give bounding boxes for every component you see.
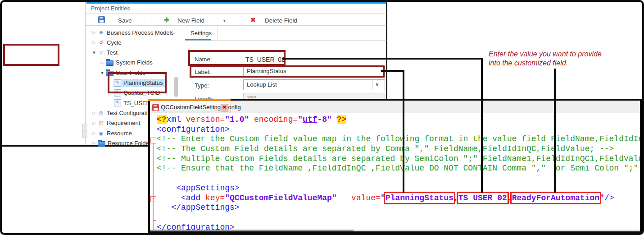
tree-item-content: ◎Test Configurati xyxy=(97,109,150,117)
new-field-dropdown-caret[interactable]: ▾ xyxy=(223,18,226,23)
code-line: <!-- Enter the Custom field value map in… xyxy=(157,134,640,144)
resource-icon: ◉ xyxy=(98,130,104,137)
unsaved-file-icon xyxy=(152,104,159,111)
code-line: <!-- Ensure that the FieldName ,FieldIdI… xyxy=(157,164,640,174)
code-line xyxy=(157,213,640,223)
tree-item-test-configurati[interactable]: ▷◎Test Configurati xyxy=(91,108,150,117)
code-line: <configuration> xyxy=(157,125,640,135)
tree-item-label: PlanningStatus xyxy=(123,79,163,86)
code-line: <add key="QCCustomFieldValueMap" value="… xyxy=(157,194,640,203)
tree-expander-icon[interactable]: ▷ xyxy=(91,111,97,115)
editor-tab[interactable]: QCCustomFieldSettings.config ✖ xyxy=(150,101,231,113)
tree-expander-icon[interactable]: ▷ xyxy=(91,40,97,45)
field-label-label: Label: xyxy=(195,69,210,75)
code-line: <!-- The Custom Field details are separa… xyxy=(157,144,640,154)
code-line: <appSettings> xyxy=(157,184,640,194)
tab-settings[interactable]: Settings xyxy=(185,27,218,40)
field-icon: ✎ xyxy=(114,79,121,87)
new-field-button[interactable]: New Field xyxy=(177,17,204,24)
code-lines: <?xml version="1.0" encoding="utf-8" ?><… xyxy=(157,115,640,230)
horizontal-scrollbar-thumb[interactable] xyxy=(150,230,354,231)
tree-item-content: ▤Requirement xyxy=(97,119,142,127)
tree-item-content: ↺Cycle xyxy=(97,39,124,46)
field-label-type: Type: xyxy=(195,82,209,89)
code-line xyxy=(157,174,640,184)
type-dropdown-chevron-icon[interactable]: ∨ xyxy=(372,79,382,89)
tree-item-content: ◉Resource xyxy=(97,129,134,137)
connector-annotation-to-readyforautomation xyxy=(554,69,556,193)
tree-scrollbar[interactable] xyxy=(174,77,178,97)
tree-expander-icon[interactable]: ▷ xyxy=(99,60,105,65)
panel-top-accent-strip xyxy=(86,1,386,4)
connector-label-horizontal xyxy=(381,70,404,72)
tree-item-content: Resource Folder xyxy=(97,139,153,147)
editor-tab-title: QCCustomFieldSettings.config xyxy=(161,104,241,111)
tree-item-test[interactable]: ▾▽Test xyxy=(91,48,120,57)
tree-item-content: ❖Business Process Models xyxy=(97,29,176,37)
save-button[interactable]: Save xyxy=(118,17,132,24)
toolbar-separator xyxy=(151,15,151,24)
tree-item-content: ✎PlanningStatus xyxy=(113,79,165,87)
folder-icon xyxy=(106,60,113,66)
tree-item-business-process-models[interactable]: ▷❖Business Process Models xyxy=(91,28,176,37)
tree-item-content: System Fields xyxy=(105,59,155,66)
tree-scroll-up-arrow[interactable]: ˆ xyxy=(174,28,175,32)
tree-item-requirement[interactable]: ▷▤Requirement xyxy=(91,119,142,128)
name-field-value[interactable]: TS_USER_02 xyxy=(245,56,285,63)
field-icon: ✎ xyxy=(114,89,121,97)
tree-item-system-fields[interactable]: ▷System Fields xyxy=(99,58,155,67)
tree-item-user-fields[interactable]: ▾User Fields xyxy=(99,68,148,77)
code-line: <?xml version="1.0" encoding="utf-8" ?> xyxy=(157,115,640,125)
tree-item-content: ▽Test xyxy=(97,49,120,56)
tree-item-label: Cycle xyxy=(107,39,122,46)
tree-item-planningstatus[interactable]: ✎PlanningStatus xyxy=(107,78,165,88)
tree-expander-icon[interactable]: ▾ xyxy=(91,50,97,55)
highlighted-code-value: ReadyForAutomation xyxy=(512,194,599,203)
annotation-line-2: into the customized field. xyxy=(489,59,637,68)
editor-tab-bar: QCCustomFieldSettings.config ✖ xyxy=(150,101,640,114)
folder-icon xyxy=(98,141,105,147)
delete-field-button[interactable]: Delete Field xyxy=(265,17,297,24)
fold-marker-configuration[interactable]: − xyxy=(150,138,156,143)
fold-line-appsettings xyxy=(153,202,154,221)
sidebar-collapse-handle[interactable]: ‹ xyxy=(82,124,87,138)
annotation-line-1: Enter the value you want to provide xyxy=(489,50,637,59)
tab-strip-border xyxy=(185,40,386,41)
tree-item-resource[interactable]: ▷◉Resource xyxy=(91,129,134,138)
tree-item-label: Qualitia_TCID xyxy=(123,89,160,96)
code-line: <!-- Multiple Custom Fields details are … xyxy=(157,154,640,164)
toolbar-divider xyxy=(86,25,386,26)
test-icon: ▽ xyxy=(98,49,104,56)
fold-marker-appsettings[interactable]: − xyxy=(150,196,156,202)
code-line: </configuration> xyxy=(157,223,640,230)
highlighted-code-value: TS_USER_02 xyxy=(458,194,507,203)
tree-item-qualitia-tcid[interactable]: ✎Qualitia_TCID xyxy=(107,88,163,97)
code-line: </appSettings> xyxy=(157,203,640,213)
highlighted-code-value: PlanningStatus xyxy=(385,194,454,203)
connector-label-to-planningstatus xyxy=(403,70,404,193)
type-field[interactable]: Lookup List xyxy=(243,79,385,90)
tree-item-label: User Fields xyxy=(116,69,145,76)
tree-item-label: System Fields xyxy=(116,59,153,66)
tree-expander-icon[interactable]: ▾ xyxy=(99,70,105,76)
tree-expander-icon[interactable]: ▷ xyxy=(91,141,97,145)
bpm-icon: ❖ xyxy=(98,29,104,36)
tree-expander-icon[interactable]: ▷ xyxy=(91,131,97,135)
tree-expander-icon[interactable]: ▷ xyxy=(91,121,97,125)
field-icon: ✎ xyxy=(114,99,121,106)
delete-field-x-icon: ✖ xyxy=(250,16,256,23)
cycle-icon: ↺ xyxy=(98,39,104,46)
label-field[interactable]: PlanningStatus xyxy=(243,66,385,77)
testconfig-icon: ◎ xyxy=(98,110,104,116)
tree-item-resource-folder[interactable]: ▷Resource Folder xyxy=(91,138,153,147)
panel-title: Project Entities xyxy=(91,5,130,12)
folder-icon xyxy=(106,71,113,76)
screenshot-root: ‹ ☺User Properties☻Project Users▦Groups … xyxy=(0,0,644,235)
tree-item-cycle[interactable]: ▷↺Cycle xyxy=(91,38,124,47)
annotation-note: Enter the value you want to provide into… xyxy=(489,50,637,68)
tree-item-label: Resource Folder xyxy=(108,140,151,147)
code-area[interactable]: <?xml version="1.0" encoding="utf-8" ?><… xyxy=(150,114,640,230)
close-tab-icon[interactable]: ✖ xyxy=(221,104,228,111)
connector-name-to-ts-user-02 xyxy=(481,58,483,193)
tree-expander-icon[interactable]: ▷ xyxy=(91,30,97,35)
